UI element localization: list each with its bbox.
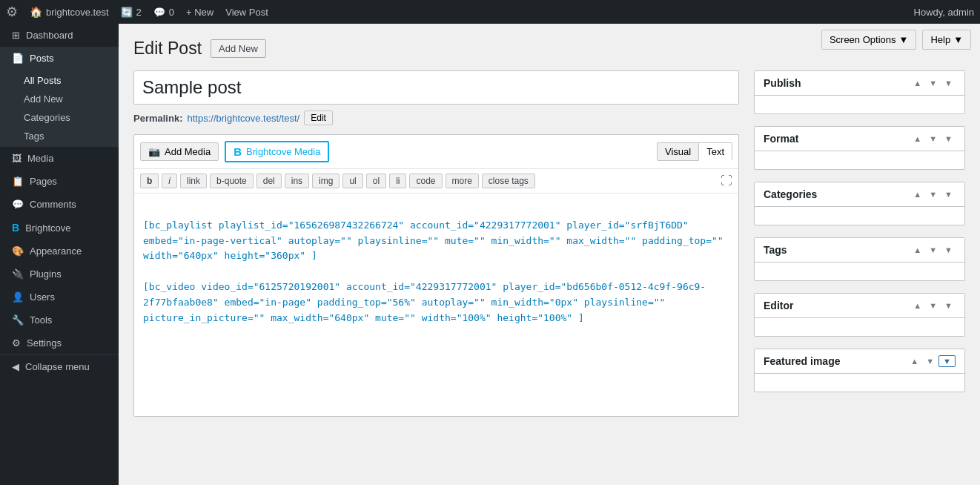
sidebar-item-comments[interactable]: 💬 Comments [0,193,119,216]
tags-metabox-header: Tags ▲ ▼ ▼ [755,238,964,263]
format-del-button[interactable]: del [256,174,282,188]
editor-meta-toggle-button[interactable]: ▼ [941,300,956,311]
screen-options-button[interactable]: Screen Options ▼ [821,30,916,50]
format-img-button[interactable]: img [312,174,340,188]
format-code-button[interactable]: code [409,174,442,188]
categories-collapse-down-button[interactable]: ▼ [926,188,940,200]
posts-icon: 📄 [12,53,24,64]
sidebar-item-categories[interactable]: Categories [0,108,119,127]
adminbar-new[interactable]: + New [186,7,213,18]
pages-icon: 📋 [12,176,24,187]
adminbar-wp-logo[interactable]: ⚙ [6,4,18,20]
adminbar-view-post[interactable]: View Post [225,7,268,18]
format-ins-button[interactable]: ins [285,174,309,188]
tab-text[interactable]: Text [699,142,732,161]
publish-title: Publish [764,77,801,89]
comments-icon: 💬 [12,199,24,210]
tags-controls: ▲ ▼ ▼ [910,244,956,256]
format-italic-button[interactable]: i [162,174,177,188]
users-icon: 👤 [12,291,24,303]
featured-image-collapse-up-button[interactable]: ▲ [907,355,921,367]
sidebar-item-dashboard[interactable]: ⊞ Dashboard [0,24,119,47]
publish-collapse-up-button[interactable]: ▲ [910,77,924,89]
tags-content [755,263,964,280]
publish-controls: ▲ ▼ ▼ [910,77,956,89]
sidebar-item-tools[interactable]: 🔧 Tools [0,309,119,331]
screen-options-chevron-icon: ▼ [899,34,909,45]
format-ol-button[interactable]: ol [366,174,386,188]
sidebar-collapse-button[interactable]: ◀ Collapse menu [0,354,119,378]
format-more-button[interactable]: more [446,174,479,188]
format-bold-button[interactable]: b [140,174,159,188]
editor-metabox-header: Editor ▲ ▼ ▼ [755,294,964,318]
settings-icon: ⚙ [12,337,21,349]
adminbar-howdy: Howdy, admin [914,7,974,18]
sidebar-item-tags[interactable]: Tags [0,127,119,145]
editor-toolbar-top: 📷 Add Media B Brightcove Media Visual Te… [134,135,738,169]
format-buttons-row: b i link b-quote del ins img ul ol li co… [134,169,738,194]
tags-collapse-up-button[interactable]: ▲ [910,244,924,256]
sidebar-item-pages[interactable]: 📋 Pages [0,170,119,193]
tags-collapse-down-button[interactable]: ▼ [926,244,940,256]
help-button[interactable]: Help ▼ [922,30,971,50]
tags-toggle-button[interactable]: ▼ [941,244,956,256]
sidebar-item-all-posts[interactable]: All Posts [0,71,119,90]
post-title-input[interactable] [133,70,739,105]
categories-toggle-button[interactable]: ▼ [941,188,956,200]
permalink-link[interactable]: https://brightcove.test/test/ [187,113,299,124]
sidebar-item-posts[interactable]: 📄 Posts [0,47,119,70]
publish-metabox-header: Publish ▲ ▼ ▼ [755,71,964,96]
help-chevron-icon: ▼ [953,34,963,45]
adminbar-site-name[interactable]: 🏠 brightcove.test [30,6,109,18]
adminbar-comments[interactable]: 💬 0 [153,7,174,18]
format-collapse-down-button[interactable]: ▼ [926,133,940,145]
featured-image-content [755,374,964,392]
sidebar-item-users[interactable]: 👤 Users [0,286,119,309]
publish-toggle-button[interactable]: ▼ [941,77,956,89]
sidebar-item-plugins[interactable]: 🔌 Plugins [0,263,119,286]
format-toggle-button[interactable]: ▼ [941,133,956,145]
sidebar-item-add-new[interactable]: Add New [0,90,119,108]
format-controls: ▲ ▼ ▼ [910,133,956,145]
publish-content [755,96,964,113]
editor-meta-collapse-down-button[interactable]: ▼ [926,300,940,311]
plugins-icon: 🔌 [12,268,24,280]
format-ul-button[interactable]: ul [342,174,362,188]
edit-sidebar: Publish ▲ ▼ ▼ Format ▲ ▼ ▼ [754,70,965,404]
sidebar-item-settings[interactable]: ⚙ Settings [0,331,119,354]
collapse-icon: ◀ [12,361,19,372]
format-close-tags-button[interactable]: close tags [482,174,535,188]
categories-collapse-up-button[interactable]: ▲ [910,188,924,200]
sidebar-item-media[interactable]: 🖼 Media [0,147,119,170]
publish-metabox: Publish ▲ ▼ ▼ [754,70,965,114]
add-media-icon: 📷 [148,146,160,157]
top-options-bar: Screen Options ▼ Help ▼ [812,24,980,56]
featured-image-toggle-button[interactable]: ▼ [938,355,956,367]
format-bquote-button[interactable]: b-quote [210,174,254,188]
add-new-button[interactable]: Add New [211,39,266,58]
permalink-row: Permalink: https://brightcove.test/test/… [133,110,739,125]
sidebar-item-brightcove[interactable]: B Brightcove [0,216,119,240]
featured-image-collapse-down-button[interactable]: ▼ [923,355,937,367]
editor-meta-collapse-up-button[interactable]: ▲ [910,300,924,311]
publish-collapse-down-button[interactable]: ▼ [926,77,940,89]
format-link-button[interactable]: link [180,174,207,188]
categories-controls: ▲ ▼ ▼ [910,188,956,200]
featured-image-header: Featured image ▲ ▼ ▼ [755,349,964,374]
appearance-icon: 🎨 [12,245,24,257]
categories-title: Categories [764,188,817,200]
format-li-button[interactable]: li [389,174,406,188]
editor-meta-title: Editor [764,300,793,311]
brightcove-media-button[interactable]: B Brightcove Media [225,141,329,162]
format-collapse-up-button[interactable]: ▲ [910,133,924,145]
tools-icon: 🔧 [12,314,24,326]
adminbar-updates[interactable]: 🔄 2 [121,7,142,18]
tab-visual[interactable]: Visual [657,142,699,161]
editor-content-area[interactable]: [bc_playlist playlist_id="16562698743226… [134,194,738,416]
dashboard-icon: ⊞ [12,30,20,41]
add-media-button[interactable]: 📷 Add Media [140,142,219,161]
fullscreen-button[interactable]: ⛶ [721,174,732,188]
sidebar-item-appearance[interactable]: 🎨 Appearance [0,240,119,263]
editor-wrapper: 📷 Add Media B Brightcove Media Visual Te… [133,134,739,417]
permalink-edit-button[interactable]: Edit [304,110,333,125]
